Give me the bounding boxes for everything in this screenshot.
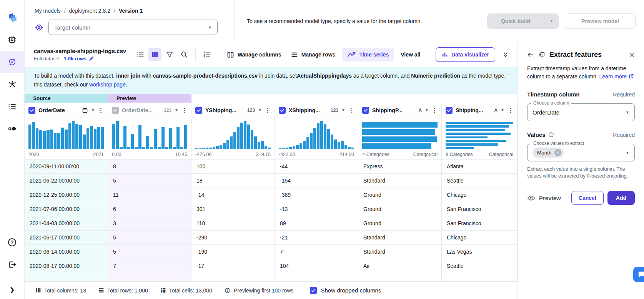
kebab-menu-icon[interactable]: ⋮: [508, 107, 513, 114]
category-bar: [362, 143, 431, 149]
kebab-menu-icon[interactable]: ⋮: [432, 107, 438, 114]
chevron-down-icon[interactable]: ▼: [258, 108, 262, 112]
category-bar: [362, 136, 437, 142]
column-header[interactable]: OrderDate▼⋮: [25, 103, 108, 118]
chip-label: Month: [537, 150, 552, 156]
chat-widget-button[interactable]: [633, 267, 644, 282]
column-checkbox[interactable]: [279, 107, 286, 114]
view-all-button[interactable]: View all: [397, 48, 424, 61]
total-columns: Total columns: 13: [35, 287, 86, 294]
breadcrumb-deployment[interactable]: deployment 2.8.2: [69, 8, 110, 14]
sidebar-item-automations[interactable]: [0, 73, 25, 95]
show-dropped-columns-toggle[interactable]: Show dropped columns: [310, 287, 381, 294]
table-cell: [358, 273, 442, 281]
collapse-button[interactable]: [499, 48, 512, 61]
column-header[interactable]: Shipping...A▼⋮: [442, 103, 518, 118]
histogram-bar: [150, 147, 153, 149]
table-row: 2021-04-03 00:00:00311889GroundSan Franc…: [25, 216, 518, 231]
rows-icon: [98, 287, 104, 293]
learn-more-link[interactable]: Learn more: [599, 73, 628, 80]
manage-rows-button[interactable]: Manage rows: [287, 48, 339, 61]
table-cell: -389: [275, 188, 358, 202]
chevron-down-icon[interactable]: ▼: [91, 108, 95, 112]
table-rows: 2020-09-11 00:00:008100-44ExpressAtlanta…: [25, 159, 518, 281]
table-cell: [25, 273, 108, 281]
cancel-button[interactable]: Cancel: [571, 191, 604, 205]
table-cell: 3: [108, 216, 191, 230]
ordered-list-button[interactable]: 1 2 3: [200, 48, 213, 61]
sidebar-item-datasets[interactable]: [0, 28, 25, 51]
column-header[interactable]: ShippingP...A▼⋮: [358, 103, 442, 118]
column-view-button[interactable]: [148, 48, 161, 61]
main-region: My models / deployment 2.8.2 / Version 1…: [25, 0, 644, 299]
values-helper-text: Extract each value into a single column.…: [527, 166, 635, 179]
chevron-down-icon: ▼: [626, 151, 629, 155]
bar-chart-icon: [442, 51, 448, 58]
sidebar-item-deployments[interactable]: [0, 118, 25, 140]
column-checkbox[interactable]: [112, 107, 119, 114]
check-icon: [30, 108, 34, 113]
target-column-select[interactable]: Target column ▼: [48, 20, 218, 35]
time-series-button[interactable]: Time series: [342, 48, 394, 61]
manage-columns-button[interactable]: Manage columns: [223, 48, 285, 61]
rows-count-link[interactable]: 1.0k rows: [64, 56, 94, 61]
column-checkbox[interactable]: [28, 107, 35, 114]
chevron-down-icon[interactable]: ▼: [341, 108, 345, 112]
logout-icon: [8, 260, 17, 269]
histogram-bar: [247, 125, 250, 149]
preview-toggle[interactable]: Preview: [527, 195, 561, 201]
column-header[interactable]: YShipping...123▼⋮: [191, 103, 275, 118]
histogram-bar: [293, 146, 295, 149]
manage-columns-label: Manage columns: [238, 51, 281, 58]
kebab-menu-icon[interactable]: ⋮: [98, 107, 104, 114]
column-checkbox[interactable]: [195, 107, 202, 114]
histogram-bar: [341, 141, 344, 149]
canvas-logo-icon: [7, 12, 18, 23]
double-chevron-down-icon: [502, 51, 509, 58]
sidebar-item-help[interactable]: ?: [0, 231, 25, 253]
header-left: My models / deployment 2.8.2 / Version 1…: [25, 0, 235, 42]
quick-build-button[interactable]: Quick build ▼: [487, 13, 559, 29]
breadcrumb-version: Version 1: [119, 8, 143, 14]
kebab-menu-icon[interactable]: ⋮: [348, 107, 354, 114]
back-button[interactable]: [527, 51, 534, 58]
breadcrumb-my-models[interactable]: My models: [35, 8, 61, 14]
column-header[interactable]: OrderDate...123▼⋮: [108, 103, 191, 118]
add-button[interactable]: Add: [607, 191, 635, 205]
total-rows: Total rows: 1,000: [98, 287, 148, 294]
chevron-down-icon[interactable]: ▼: [175, 108, 178, 112]
histogram-bar: [213, 147, 215, 149]
data-visualizer-button[interactable]: Data visualizer: [436, 47, 495, 62]
column-header[interactable]: XShipping...123▼⋮: [275, 103, 358, 118]
list-view-button[interactable]: [134, 48, 147, 61]
sidebar-item-models[interactable]: [0, 51, 25, 73]
table-row: 2020-06-14 00:00:005-1907StandardLas Veg…: [25, 245, 518, 259]
search-button[interactable]: [178, 48, 191, 61]
close-button[interactable]: [629, 52, 635, 58]
column-checkbox[interactable]: [362, 107, 369, 114]
kebab-menu-icon[interactable]: ⋮: [265, 107, 271, 114]
quick-build-dropdown[interactable]: ▼: [544, 13, 559, 29]
sidebar-divider: [5, 278, 19, 278]
category-bar: [446, 133, 511, 135]
checkbox-checked[interactable]: [310, 287, 317, 294]
table-cell: 100: [191, 159, 275, 173]
chevron-down-icon[interactable]: ▼: [501, 108, 504, 112]
values-select[interactable]: Choose values to extract Month ✕ ▼: [527, 144, 635, 161]
info-icon[interactable]: [548, 132, 554, 138]
filter-button[interactable]: [163, 48, 176, 61]
timestamp-column-select[interactable]: Choose a column OrderDate ▼: [527, 103, 635, 121]
kebab-menu-icon[interactable]: ⋮: [181, 107, 187, 114]
toolbar-divider: [195, 49, 196, 60]
sidebar-item-logout[interactable]: [0, 253, 25, 276]
workshop-page-link[interactable]: workshop page: [89, 81, 126, 88]
chevron-down-icon[interactable]: ▼: [425, 108, 429, 112]
sidebar-item-list[interactable]: [0, 95, 25, 118]
column-checkbox[interactable]: [446, 107, 453, 114]
remove-chip-icon[interactable]: ✕: [554, 149, 561, 156]
extract-features-panel: Extract features Extract timestamp value…: [518, 42, 644, 299]
sidebar-expand-button[interactable]: ❯: [0, 281, 25, 299]
pencil-icon[interactable]: [88, 56, 94, 61]
external-link-icon[interactable]: [628, 73, 634, 79]
preview-model-button[interactable]: Preview model: [565, 13, 636, 29]
